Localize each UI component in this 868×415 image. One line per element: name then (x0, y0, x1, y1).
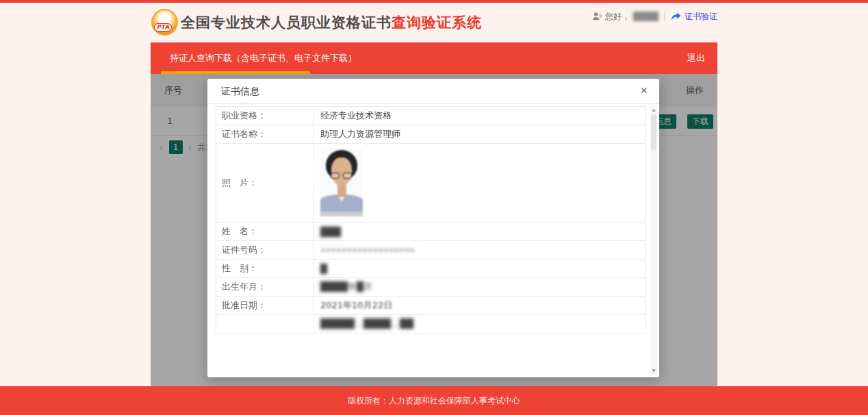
cert-value-masked: 2021年10月22日 (314, 297, 646, 315)
cert-value-masked: ███ (314, 223, 646, 241)
cert-value-masked: █████：████，██ (314, 315, 646, 334)
cert-label: 证书名称： (216, 125, 314, 144)
cert-value-masked: •••••••••••••••••• (314, 241, 646, 260)
holder-photo (320, 149, 363, 216)
verify-certificate-link[interactable]: 证书验证 (685, 11, 717, 23)
close-icon[interactable]: × (637, 79, 650, 103)
footer: 版权所有：人力资源和社会保障部人事考试中心 (0, 386, 868, 415)
page-title: 全国专业技术人员职业资格证书查询验证系统 (181, 13, 482, 32)
modal-scrollbar[interactable]: ▲ ▼ (650, 105, 657, 375)
top-accent-bar (0, 0, 868, 3)
user-icon (592, 12, 602, 21)
cert-label: 照 片： (216, 144, 314, 223)
share-arrow-icon (671, 12, 681, 21)
cert-row-name-of-cert: 证书名称： 助理人力资源管理师 (216, 125, 646, 144)
logout-button[interactable]: 退出 (687, 42, 705, 74)
greeting-text: 您好， (605, 11, 630, 23)
photo-glasses-left (331, 173, 340, 179)
user-bar-separator: | (663, 12, 666, 21)
main-nav: 持证人查询下载（含电子证书、电子文件下载） 退出 (151, 42, 717, 74)
photo-neck (337, 185, 346, 197)
page-title-accent: 查询验证系统 (392, 14, 482, 31)
tab-holder-query-download[interactable]: 持证人查询下载（含电子证书、电子文件下载） (170, 42, 357, 74)
cert-row-extra: █████：████，██ (216, 315, 646, 334)
cert-value-masked: ████年█月 (314, 278, 646, 297)
cert-value-masked: █ (314, 260, 646, 278)
photo-face (331, 158, 352, 186)
certificate-info-modal: 证书信息 × 职业资格： 经济专业技术资格 证书名称： 助理人力资源管理师 照 … (207, 79, 659, 377)
cert-photo-cell (314, 144, 646, 223)
cert-row-id-number: 证件号码： •••••••••••••••••• (216, 241, 646, 260)
cert-label: 性 别： (216, 260, 314, 278)
cert-value: 助理人力资源管理师 (314, 125, 646, 144)
cert-row-approval-date: 批准日期： 2021年10月22日 (216, 297, 646, 315)
page-title-main: 全国专业技术人员职业资格证书 (181, 14, 392, 31)
cert-label: 证件号码： (216, 241, 314, 260)
cert-row-gender: 性 别： █ (216, 260, 646, 278)
header-brand: PTA 全国专业技术人员职业资格证书查询验证系统 (151, 9, 482, 36)
cert-row-birth-date: 出生年月： ████年█月 (216, 278, 646, 297)
scroll-up-icon[interactable]: ▲ (650, 106, 657, 113)
photo-watermark-bar (320, 212, 363, 216)
modal-header: 证书信息 × (207, 79, 659, 104)
scroll-down-icon[interactable]: ▼ (650, 367, 657, 374)
cert-label: 职业资格： (216, 107, 314, 125)
cert-label: 出生年月： (216, 278, 314, 297)
cert-row-holder-name: 姓 名： ███ (216, 223, 646, 241)
logo-pta-label: PTA (154, 23, 172, 32)
modal-title: 证书信息 (221, 79, 259, 104)
copyright-text: 版权所有：人力资源和社会保障部人事考试中心 (348, 396, 520, 405)
certificate-detail-table: 职业资格： 经济专业技术资格 证书名称： 助理人力资源管理师 照 片： (216, 106, 646, 334)
cert-label: 姓 名： (216, 223, 314, 241)
user-bar: 您好， ████ | 证书验证 (592, 10, 717, 23)
cert-row-qualification: 职业资格： 经济专业技术资格 (216, 107, 646, 125)
cert-row-photo: 照 片： (216, 144, 646, 223)
cert-label: 批准日期： (216, 297, 314, 315)
cert-label (216, 315, 314, 334)
pta-logo-icon: PTA (151, 9, 178, 36)
photo-glasses-right (343, 173, 352, 179)
cert-value: 经济专业技术资格 (314, 107, 646, 125)
username-masked: ████ (633, 12, 659, 21)
scrollbar-thumb[interactable] (651, 114, 656, 150)
